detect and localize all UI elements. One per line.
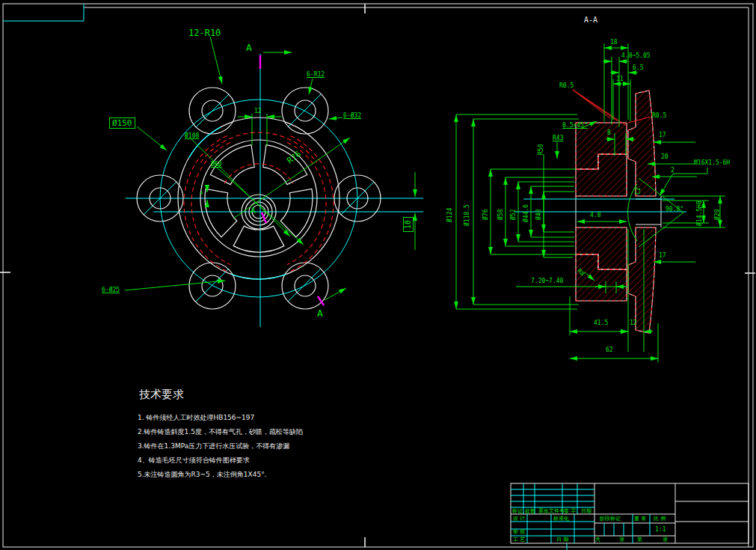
front-view — [125, 37, 423, 327]
drawing-canvas — [0, 0, 756, 550]
section-view — [456, 43, 725, 362]
title-block — [511, 483, 749, 543]
cutting-plane — [260, 52, 346, 305]
section-dimensions — [456, 43, 725, 362]
front-highlight-arcs — [189, 127, 286, 279]
sheet-frame-highlight — [3, 4, 567, 550]
front-dimensions — [125, 37, 415, 290]
cad-drawing-page: 12-R10A6-R126-Ø32Ø150Ø108Ø60R761246-Ø25A… — [0, 0, 756, 550]
